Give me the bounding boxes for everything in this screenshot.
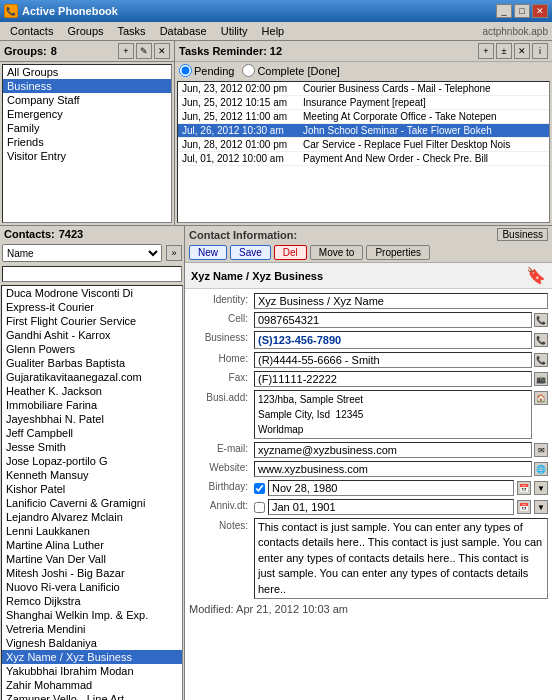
contact-item[interactable]: Gandhi Ashit - Karrox bbox=[2, 328, 182, 342]
birthday-dropdown-icon[interactable]: ▼ bbox=[534, 481, 548, 495]
group-item-companystaff[interactable]: Company Staff bbox=[3, 93, 171, 107]
fax-field[interactable]: (F)11111-22222 bbox=[254, 371, 532, 387]
menu-utility[interactable]: Utility bbox=[215, 24, 254, 38]
identity-field[interactable]: Xyz Business / Xyz Name bbox=[254, 293, 548, 309]
contact-item[interactable]: Duca Modrone Visconti Di bbox=[2, 286, 182, 300]
menu-groups[interactable]: Groups bbox=[61, 24, 109, 38]
task-add-button[interactable]: + bbox=[478, 43, 494, 59]
home-row: Home: (R)4444-55-6666 - Smith 📞 bbox=[189, 352, 548, 368]
filter-pending[interactable]: Pending bbox=[179, 64, 234, 77]
contact-item[interactable]: Kenneth Mansuy bbox=[2, 468, 182, 482]
task-row[interactable]: Jun, 23, 2012 02:00 pm Courier Business … bbox=[178, 82, 549, 96]
menu-help[interactable]: Help bbox=[256, 24, 291, 38]
contact-item[interactable]: Martine Alina Luther bbox=[2, 538, 182, 552]
contact-item[interactable]: Lanificio Caverni & Gramigni bbox=[2, 496, 182, 510]
notes-field[interactable]: This contact is just sample. You can ent… bbox=[254, 518, 548, 599]
group-item-business[interactable]: Business bbox=[3, 79, 171, 93]
birthday-checkbox[interactable] bbox=[254, 483, 265, 494]
contact-item[interactable]: Zamuner Vello - Line Art bbox=[2, 692, 182, 700]
home-dial-icon[interactable]: 📞 bbox=[534, 353, 548, 367]
properties-button[interactable]: Properties bbox=[366, 245, 430, 260]
filter-complete[interactable]: Complete [Done] bbox=[242, 64, 340, 77]
email-field[interactable]: xyzname@xyzbusiness.com bbox=[254, 442, 532, 458]
task-row[interactable]: Jul, 01, 2012 10:00 am Payment And New O… bbox=[178, 152, 549, 166]
close-button[interactable]: ✕ bbox=[532, 4, 548, 18]
busadd-icon[interactable]: 🏠 bbox=[534, 391, 548, 405]
contact-item[interactable]: Remco Dijkstra bbox=[2, 594, 182, 608]
home-field[interactable]: (R)4444-55-6666 - Smith bbox=[254, 352, 532, 368]
task-row[interactable]: Jun, 25, 2012 10:15 am Insurance Payment… bbox=[178, 96, 549, 110]
task-row[interactable]: Jun, 25, 2012 11:00 am Meeting At Corpor… bbox=[178, 110, 549, 124]
contact-item[interactable]: Gualiter Barbas Baptista bbox=[2, 356, 182, 370]
group-item-friends[interactable]: Friends bbox=[3, 135, 171, 149]
contact-item[interactable]: Martine Van Der Vall bbox=[2, 552, 182, 566]
task-row-highlighted[interactable]: Jul, 26, 2012 10:30 am John School Semin… bbox=[178, 124, 549, 138]
busadd-field[interactable]: 123/hba, Sample StreetSample City, Isd 1… bbox=[254, 390, 532, 439]
contact-item[interactable]: Gujaratikavitaanegazal.com bbox=[2, 370, 182, 384]
menu-contacts[interactable]: Contacts bbox=[4, 24, 59, 38]
group-add-button[interactable]: + bbox=[118, 43, 134, 59]
fax-icon[interactable]: 📠 bbox=[534, 372, 548, 386]
maximize-button[interactable]: □ bbox=[514, 4, 530, 18]
contact-item[interactable]: Lenni Laukkanen bbox=[2, 524, 182, 538]
contact-item[interactable]: Glenn Powers bbox=[2, 342, 182, 356]
new-button[interactable]: New bbox=[189, 245, 227, 260]
contacts-sort: Name Business City State Zip » bbox=[0, 242, 184, 264]
contact-item[interactable]: Yakubbhai Ibrahim Modan bbox=[2, 664, 182, 678]
cell-dial-icon[interactable]: 📞 bbox=[534, 313, 548, 327]
menu-database[interactable]: Database bbox=[154, 24, 213, 38]
cell-field[interactable]: 0987654321 bbox=[254, 312, 532, 328]
business-phone-field[interactable]: (S)123-456-7890 bbox=[254, 331, 532, 349]
menu-tasks[interactable]: Tasks bbox=[112, 24, 152, 38]
pending-radio[interactable] bbox=[179, 64, 192, 77]
moveto-button[interactable]: Move to bbox=[310, 245, 364, 260]
anniv-field[interactable]: Jan 01, 1901 bbox=[268, 499, 514, 515]
group-delete-button[interactable]: ✕ bbox=[154, 43, 170, 59]
birthday-calendar-icon[interactable]: 📅 bbox=[517, 481, 531, 495]
contact-item[interactable]: Immobiliare Farina bbox=[2, 398, 182, 412]
group-edit-button[interactable]: ✎ bbox=[136, 43, 152, 59]
email-icon[interactable]: ✉ bbox=[534, 443, 548, 457]
task-plusminus-button[interactable]: ± bbox=[496, 43, 512, 59]
contact-item[interactable]: Kishor Patel bbox=[2, 482, 182, 496]
del-button[interactable]: Del bbox=[274, 245, 307, 260]
contact-item[interactable]: Nuovo Ri-vera Lanificio bbox=[2, 580, 182, 594]
contact-item[interactable]: Jesse Smith bbox=[2, 440, 182, 454]
sort-select[interactable]: Name Business City State Zip bbox=[2, 244, 162, 262]
task-info-button[interactable]: i bbox=[532, 43, 548, 59]
contact-item[interactable]: Heather K. Jackson bbox=[2, 384, 182, 398]
website-field[interactable]: www.xyzbusiness.com bbox=[254, 461, 532, 477]
group-item-allgroups[interactable]: All Groups bbox=[3, 65, 171, 79]
birthday-field[interactable]: Nov 28, 1980 bbox=[268, 480, 514, 496]
modified-row: Modified: Apr 21, 2012 10:03 am bbox=[189, 603, 548, 615]
pending-label: Pending bbox=[194, 65, 234, 77]
website-icon[interactable]: 🌐 bbox=[534, 462, 548, 476]
contact-item[interactable]: Vignesh Baldaniya bbox=[2, 636, 182, 650]
anniv-dropdown-icon[interactable]: ▼ bbox=[534, 500, 548, 514]
group-item-emergency[interactable]: Emergency bbox=[3, 107, 171, 121]
contact-item[interactable]: Shanghai Welkin Imp. & Exp. bbox=[2, 608, 182, 622]
contact-item[interactable]: Mitesh Joshi - Big Bazar bbox=[2, 566, 182, 580]
contact-item-selected[interactable]: Xyz Name / Xyz Business bbox=[2, 650, 182, 664]
search-input[interactable] bbox=[2, 266, 182, 282]
minimize-button[interactable]: _ bbox=[496, 4, 512, 18]
contact-item[interactable]: Zahir Mohammad bbox=[2, 678, 182, 692]
contact-item[interactable]: Jose Lopaz-portilo G bbox=[2, 454, 182, 468]
contact-item[interactable]: First Flight Courier Service bbox=[2, 314, 182, 328]
task-row[interactable]: Jun, 28, 2012 01:00 pm Car Service - Rep… bbox=[178, 138, 549, 152]
group-item-family[interactable]: Family bbox=[3, 121, 171, 135]
contact-item[interactable]: Jayeshbhai N. Patel bbox=[2, 412, 182, 426]
contact-item[interactable]: Express-it Courier bbox=[2, 300, 182, 314]
contact-full-name: Xyz Name / Xyz Business bbox=[191, 270, 323, 282]
contact-item[interactable]: Vetreria Mendini bbox=[2, 622, 182, 636]
anniv-checkbox[interactable] bbox=[254, 502, 265, 513]
anniv-calendar-icon[interactable]: 📅 bbox=[517, 500, 531, 514]
task-delete-button[interactable]: ✕ bbox=[514, 43, 530, 59]
complete-radio[interactable] bbox=[242, 64, 255, 77]
business-dial-icon[interactable]: 📞 bbox=[534, 333, 548, 347]
contact-item[interactable]: Jeff Campbell bbox=[2, 426, 182, 440]
group-item-visitorentry[interactable]: Visitor Entry bbox=[3, 149, 171, 163]
sort-direction-button[interactable]: » bbox=[166, 245, 182, 261]
save-button[interactable]: Save bbox=[230, 245, 271, 260]
contact-item[interactable]: Lejandro Alvarez Mclain bbox=[2, 510, 182, 524]
